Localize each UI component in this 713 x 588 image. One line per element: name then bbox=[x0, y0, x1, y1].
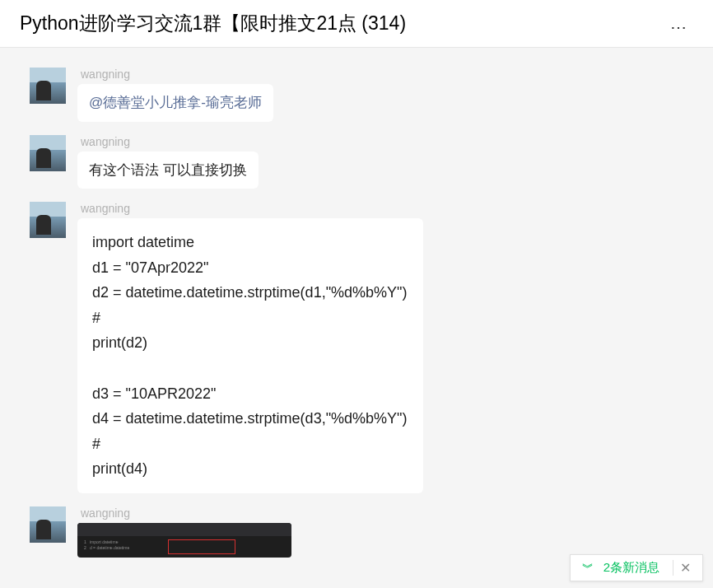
avatar[interactable] bbox=[30, 202, 66, 238]
username-label: wangning bbox=[81, 135, 259, 148]
notification-text: 2条新消息 bbox=[603, 560, 659, 576]
username-label: wangning bbox=[81, 68, 273, 81]
avatar[interactable] bbox=[30, 506, 66, 543]
code-bubble[interactable]: import datetime d1 = "07Apr2022" d2 = da… bbox=[77, 218, 423, 493]
message-row: wangning 有这个语法 可以直接切换 bbox=[0, 128, 713, 196]
chat-header: Python进阶学习交流1群【限时推文21点 (314) ⋯ bbox=[0, 0, 713, 48]
message-row: wangning @德善堂小儿推拿-瑜亮老师 bbox=[0, 61, 713, 128]
close-icon[interactable]: ✕ bbox=[673, 560, 691, 576]
avatar[interactable] bbox=[30, 135, 66, 171]
message-content: wangning import datetime d1 = "07Apr2022… bbox=[77, 202, 423, 493]
double-arrow-down-icon: ︾ bbox=[582, 561, 594, 576]
username-label: wangning bbox=[81, 506, 291, 520]
image-bubble[interactable]: 1 import datetime2 d = datetime.datetime bbox=[77, 523, 291, 558]
message-content: wangning 1 import datetime2 d = datetime… bbox=[77, 506, 291, 558]
more-icon[interactable]: ⋯ bbox=[670, 17, 693, 37]
mention-text[interactable]: @德善堂小儿推拿-瑜亮老师 bbox=[89, 95, 262, 110]
message-content: wangning 有这个语法 可以直接切换 bbox=[77, 135, 259, 189]
message-bubble[interactable]: @德善堂小儿推拿-瑜亮老师 bbox=[77, 84, 273, 122]
highlight-box bbox=[168, 539, 235, 554]
new-message-notification[interactable]: ︾ 2条新消息 ✕ bbox=[570, 554, 703, 581]
message-row: wangning import datetime d1 = "07Apr2022… bbox=[0, 195, 713, 500]
username-label: wangning bbox=[81, 202, 423, 215]
chat-title: Python进阶学习交流1群【限时推文21点 (314) bbox=[20, 11, 406, 36]
chat-messages: wangning @德善堂小儿推拿-瑜亮老师 wangning 有这个语法 可以… bbox=[0, 48, 713, 588]
avatar[interactable] bbox=[30, 68, 66, 104]
message-bubble[interactable]: 有这个语法 可以直接切换 bbox=[77, 152, 259, 189]
message-content: wangning @德善堂小儿推拿-瑜亮老师 bbox=[77, 68, 273, 122]
